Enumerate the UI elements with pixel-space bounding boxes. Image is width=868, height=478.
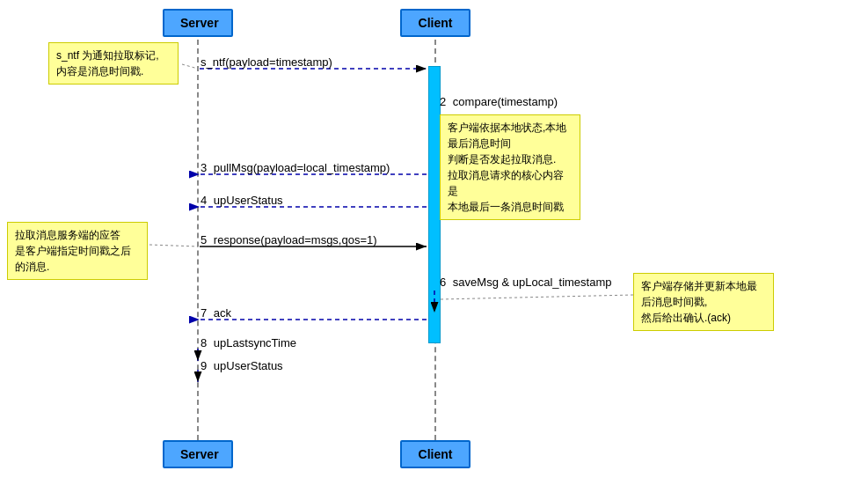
msg-label-2: 2 compare(timestamp) <box>440 95 558 108</box>
client-activation-bar <box>428 66 441 343</box>
diagram-container: Server Client Server Client <box>0 0 868 478</box>
actor-server-top: Server <box>163 9 233 37</box>
svg-line-3 <box>182 64 198 69</box>
svg-line-5 <box>441 295 633 299</box>
msg-label-9: 9 upUserStatus <box>201 359 283 372</box>
annotation-4: 客户端存储并更新本地最后消息时间戳,然后给出确认.(ack) <box>633 273 774 331</box>
actor-client-bottom: Client <box>400 440 470 468</box>
annotation-2: 客户端依据本地状态,本地最后消息时间判断是否发起拉取消息.拉取消息请求的核心内容… <box>440 114 580 220</box>
actor-client-top: Client <box>400 9 470 37</box>
msg-label-7: 7 ack <box>201 306 231 320</box>
msg-label-3: 3 pullMsg(payload=local_timestamp) <box>201 161 390 174</box>
server-lifeline <box>197 40 199 440</box>
msg-label-6: 6 saveMsg & upLocal_timestamp <box>440 276 612 289</box>
msg-label-8: 8 upLastsyncTime <box>201 336 296 349</box>
msg-label-4: 4 upUserStatus <box>201 194 283 207</box>
msg-label-1: s_ntf(payload=timestamp) <box>201 55 332 69</box>
svg-line-4 <box>150 245 198 246</box>
actor-server-bottom: Server <box>163 440 233 468</box>
annotation-3: 拉取消息服务端的应答是客户端指定时间戳之后的消息. <box>7 222 148 280</box>
annotation-1: s_ntf 为通知拉取标记,内容是消息时间戳. <box>48 42 179 85</box>
msg-label-5: 5 response(payload=msgs,qos=1) <box>201 233 377 246</box>
